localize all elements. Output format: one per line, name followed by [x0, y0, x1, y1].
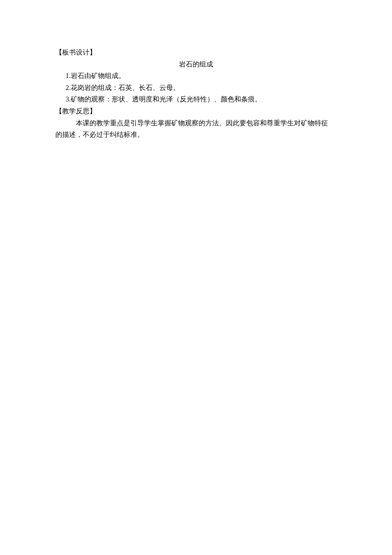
lesson-title: 岩石的组成 [55, 59, 337, 70]
reflection-text-line2: 的描述，不必过于纠结标准。 [55, 129, 337, 140]
teaching-reflection-header: 【教学反思】 [55, 106, 337, 117]
reflection-text-line1: 本课的教学重点是引导学生掌握矿物观察的方法。因此要包容和尊重学生对矿物特征 [55, 118, 337, 129]
list-item-2: 2.花岗岩的组成：石英、长石、云母。 [55, 82, 337, 93]
list-item-3: 3.矿物的观察：形状、透明度和光泽（反光特性）、颜色和条痕。 [55, 94, 337, 105]
board-design-header: 【板书设计】 [55, 47, 337, 58]
list-item-1: 1.岩石由矿物组成。 [55, 70, 337, 81]
